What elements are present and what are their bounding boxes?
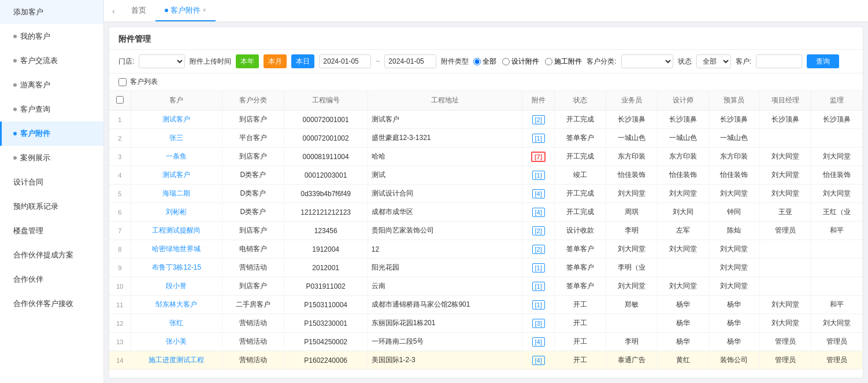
select-all-checkbox[interactable] (118, 78, 127, 86)
attachment-cell[interactable]: [3] (522, 314, 555, 333)
sidebar-item-partner-proposal[interactable]: 合作伙伴提成方案 (0, 243, 103, 267)
sidebar-item-wandering-customer[interactable]: 游离客户 (0, 73, 103, 97)
attachment-cell[interactable]: [1] (522, 129, 555, 148)
radio-all[interactable]: 全部 (473, 57, 496, 67)
customer-name-cell[interactable]: 邹东林大客户 (131, 296, 222, 314)
table-row: 8哈密绿地世界城电销客户191200412[2]签单客户刘大同堂刘大同堂刘大同堂 (109, 240, 863, 259)
customer-name-cell[interactable]: 海瑞二期 (131, 185, 222, 203)
attach-badge[interactable]: [3] (532, 319, 545, 328)
attachment-cell[interactable]: [4] (522, 351, 555, 370)
customer-class-select[interactable] (621, 54, 673, 68)
attach-badge[interactable]: [1] (532, 300, 545, 310)
attachment-cell[interactable]: [1] (522, 259, 555, 277)
status-label: 状态 (678, 57, 692, 67)
customer-name-cell[interactable]: 张红 (131, 314, 222, 333)
header-checkbox[interactable] (116, 96, 124, 104)
sidebar-dot (13, 108, 17, 111)
customer-input[interactable] (756, 54, 802, 68)
sidebar-item-property-mgmt[interactable]: 楼盘管理 (0, 219, 103, 243)
attach-badge[interactable]: [1] (532, 263, 545, 272)
radio-design[interactable]: 设计附件 (502, 57, 539, 67)
date-to-input[interactable] (384, 54, 436, 68)
sidebar-item-label: 客户交流表 (20, 56, 58, 66)
tab-home[interactable]: 首页 (122, 1, 155, 21)
status-cell: 设计收款 (555, 222, 606, 240)
table-row: 7工程测试提醒尚到店客户123456贵阳尚艺家装饰公司[2]设计收款李明左军陈灿… (109, 222, 863, 240)
radio-construction[interactable]: 施工附件 (545, 57, 582, 67)
sidebar-item-customer-attachment[interactable]: 客户附件 (0, 121, 103, 146)
attach-badge[interactable]: [1] (532, 282, 545, 291)
customer-name-cell[interactable]: 施工进度测试工程 (131, 351, 222, 370)
sidebar-item-customer-exchange[interactable]: 客户交流表 (0, 49, 103, 73)
sidebar-item-design-contract[interactable]: 设计合同 (0, 170, 103, 194)
query-button[interactable]: 查询 (807, 54, 839, 68)
upload-time-label: 附件上传时间 (190, 57, 231, 67)
row-number: 5 (118, 190, 121, 197)
attachment-cell[interactable]: [2] (522, 111, 555, 129)
supervisor-cell: 和平 (811, 296, 863, 314)
customer-name-cell[interactable]: 布鲁丁3栋12-15 (131, 259, 222, 277)
address-cell: 测试设计合同 (368, 185, 522, 203)
row-number: 7 (118, 227, 121, 234)
tab-label: 客户附件 (170, 5, 201, 16)
attachment-cell[interactable]: [2] (522, 222, 555, 240)
sidebar-item-partner-receive[interactable]: 合作伙伴客户接收 (0, 292, 103, 316)
attachment-cell[interactable]: [1] (522, 296, 555, 314)
month-button[interactable]: 本月 (264, 54, 287, 68)
sidebar-item-add-customer[interactable]: 添加客户 (0, 0, 103, 24)
attachment-cell[interactable]: [7] (522, 148, 555, 166)
attachment-cell[interactable]: [4] (522, 185, 555, 203)
sidebar-item-booking-record[interactable]: 预约联系记录 (0, 194, 103, 219)
category-cell: 到店客户 (222, 111, 284, 129)
customer-name-cell[interactable]: 张小美 (131, 333, 222, 351)
sidebar-item-partner[interactable]: 合作伙伴 (0, 267, 103, 292)
year-button[interactable]: 本年 (236, 54, 259, 68)
attach-badge[interactable]: [4] (532, 189, 545, 198)
attach-badge[interactable]: [4] (532, 208, 545, 217)
project-no-cell: 00012003001 (284, 166, 368, 185)
attachment-cell[interactable]: [4] (522, 203, 555, 222)
sidebar-item-customer-query[interactable]: 客户查询 (0, 97, 103, 121)
attach-badge[interactable]: [1] (532, 171, 545, 180)
status-select[interactable]: 全部 (696, 54, 731, 68)
customer-name-cell[interactable]: 刘彬彬 (131, 203, 222, 222)
row-number: 12 (116, 320, 123, 327)
tab-close-icon[interactable]: × (203, 7, 206, 13)
attachment-cell[interactable]: [2] (522, 240, 555, 259)
attach-badge[interactable]: [2] (532, 115, 545, 124)
customer-name-cell[interactable]: 工程测试提醒尚 (131, 222, 222, 240)
customer-name-cell[interactable]: 一条鱼 (131, 148, 222, 166)
tab-attachment[interactable]: 客户附件× (155, 1, 216, 21)
sidebar-item-case-display[interactable]: 案例展示 (0, 146, 103, 170)
row-checkbox-cell: 4 (109, 166, 131, 185)
tab-dot (165, 9, 168, 12)
attach-badge[interactable]: [2] (532, 245, 545, 254)
back-button[interactable]: ‹ (110, 4, 117, 18)
attach-badge[interactable]: [4] (532, 356, 545, 365)
day-button[interactable]: 本日 (291, 54, 314, 68)
customer-name-cell[interactable]: 测试客户 (131, 111, 222, 129)
customer-name-cell[interactable]: 测试客户 (131, 166, 222, 185)
attachment-cell[interactable]: [1] (522, 166, 555, 185)
row-checkbox-cell: 14 (109, 351, 131, 370)
sales-cell (606, 314, 657, 333)
attachment-cell[interactable]: [1] (522, 277, 555, 296)
attachment-cell[interactable]: [4] (522, 333, 555, 351)
customer-name-cell[interactable]: 段小誉 (131, 277, 222, 296)
budget-cell: 刘大同堂 (709, 185, 760, 203)
budget-cell: 一城山色 (709, 129, 760, 148)
customer-name-cell[interactable]: 张三 (131, 129, 222, 148)
date-from-input[interactable] (319, 54, 371, 68)
store-select[interactable] (139, 54, 185, 68)
table-row: 11邹东林大客户二手房客户P1503110004成都市通锦桥路马家公馆2栋901… (109, 296, 863, 314)
attach-badge[interactable]: [7] (531, 152, 546, 162)
project-no-cell: 0d339b4b7f6f49 (284, 185, 368, 203)
attach-badge[interactable]: [1] (532, 134, 545, 143)
sidebar-item-my-customer[interactable]: 我的客户 (0, 24, 103, 49)
attach-badge[interactable]: [4] (532, 337, 545, 347)
attach-badge[interactable]: [2] (532, 226, 545, 235)
col-header-2: 客户分类 (222, 91, 284, 111)
customer-name-cell[interactable]: 哈密绿地世界城 (131, 240, 222, 259)
designer-cell: 长沙顶鼻 (657, 111, 709, 129)
main-content: ‹ 首页客户附件× 附件管理 门店: 附件上传时间 本年 本月 本日 ~ 附件类… (104, 0, 868, 383)
